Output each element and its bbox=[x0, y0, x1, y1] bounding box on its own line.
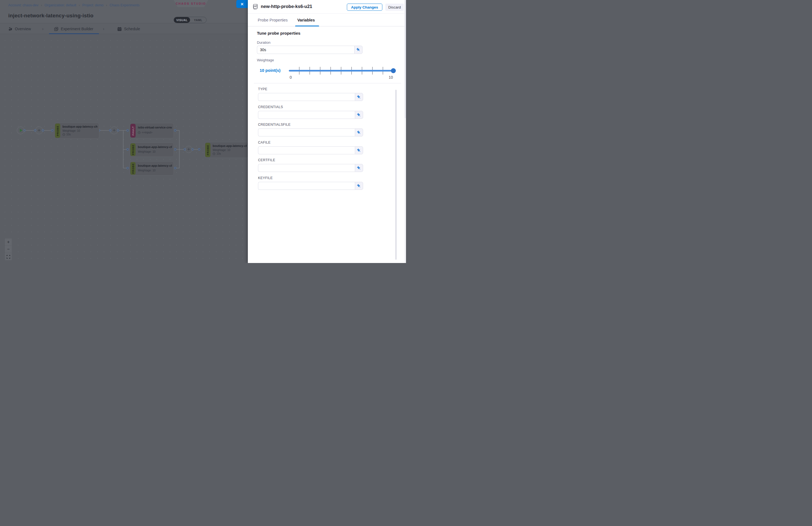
section-heading: Tune probe properties bbox=[257, 31, 300, 35]
variable-label-keyfile: KEYFILE bbox=[258, 176, 273, 180]
pin-button[interactable] bbox=[355, 182, 363, 190]
drawer-title: new-http-probe-ks6-u21 bbox=[261, 4, 312, 9]
node-title: boutique-app-latency-ch... bbox=[138, 145, 172, 149]
play-icon bbox=[20, 129, 23, 132]
experiment-builder-canvas[interactable]: + + + PROBE boutique-app-latency-ch... W… bbox=[0, 34, 248, 263]
apply-changes-button[interactable]: Apply Changes bbox=[347, 3, 382, 11]
chevron-right-icon: › bbox=[42, 24, 43, 34]
breadcrumb-account[interactable]: Account: chaos-dev bbox=[8, 3, 39, 7]
variable-label-cafile: CAFILE bbox=[258, 141, 271, 144]
probe-badge: PROBE bbox=[130, 162, 135, 175]
minus-icon: − bbox=[7, 247, 10, 252]
breadcrumb-separator: › bbox=[79, 3, 80, 7]
variable-field-group bbox=[258, 111, 363, 119]
tab-probe-properties[interactable]: Probe Properties bbox=[258, 14, 288, 26]
tab-variables[interactable]: Variables bbox=[298, 14, 315, 26]
discard-button[interactable]: Discard bbox=[386, 3, 404, 11]
pin-button[interactable] bbox=[355, 146, 363, 154]
variable-field-group bbox=[258, 146, 363, 154]
slider-track[interactable] bbox=[289, 70, 393, 72]
zoom-out-button[interactable]: − bbox=[5, 246, 12, 253]
add-node-button[interactable]: + bbox=[35, 127, 43, 134]
visual-yaml-toggle: VISUAL YAML bbox=[174, 17, 206, 23]
duration-field-group bbox=[257, 46, 363, 54]
keyfile-input[interactable] bbox=[258, 182, 355, 190]
pin-icon bbox=[357, 130, 361, 135]
active-tab-underline bbox=[295, 26, 319, 26]
clock-icon bbox=[138, 131, 141, 134]
variable-label-type: TYPE bbox=[258, 87, 267, 91]
page-title: inject-network-latency-using-istio bbox=[8, 13, 93, 19]
plus-icon: + bbox=[38, 128, 41, 133]
add-node-button[interactable]: + bbox=[110, 127, 118, 134]
pin-icon bbox=[357, 184, 361, 188]
node-weightage: Weightage: 10 bbox=[213, 149, 247, 151]
fit-view-button[interactable] bbox=[5, 253, 12, 261]
node-weightage: Weightage: 10 bbox=[62, 129, 97, 132]
breadcrumb-separator: › bbox=[41, 3, 42, 7]
plus-icon: + bbox=[187, 147, 190, 152]
chaos-studio-badge: CHAOS STUDIO bbox=[174, 0, 208, 7]
calendar-icon bbox=[117, 27, 122, 31]
tab-schedule[interactable]: Schedule bbox=[117, 24, 140, 34]
drawer-scrollbar-thumb[interactable] bbox=[405, 0, 406, 118]
toggle-yaml[interactable]: YAML bbox=[190, 17, 206, 23]
clock-icon bbox=[62, 133, 65, 136]
node-title: istio-virtual-service-crea... bbox=[138, 126, 172, 129]
probe-node-card[interactable]: PROBE boutique-app-latency-ch... Weighta… bbox=[130, 161, 174, 176]
breadcrumb-chaos-experiments[interactable]: Chaos Experiments bbox=[110, 3, 140, 7]
pin-button[interactable] bbox=[354, 46, 363, 54]
variable-label-credentials: CREDENTIALS bbox=[258, 105, 283, 109]
pin-button[interactable] bbox=[355, 111, 363, 119]
type-input[interactable] bbox=[258, 93, 355, 101]
chaos-studio-app: Account: chaos-dev › Organization: defau… bbox=[0, 0, 406, 263]
node-weightage: Weightage: 10 bbox=[138, 169, 172, 172]
probe-config-drawer: new-http-probe-ks6-u21 Apply Changes Dis… bbox=[248, 0, 406, 263]
fault-node-card[interactable]: FAULT istio-virtual-service-crea... <+in… bbox=[130, 123, 174, 138]
certfile-input[interactable] bbox=[258, 164, 355, 172]
probe-node-card[interactable]: PROBE boutique-app-latency-ch... Weighta… bbox=[130, 143, 174, 157]
probe-node-card[interactable]: PROBE boutique-app-latency-ch... Weighta… bbox=[54, 123, 99, 138]
start-node[interactable] bbox=[17, 127, 25, 134]
clock-icon bbox=[213, 152, 215, 155]
plus-icon: + bbox=[7, 239, 10, 245]
credentials-input[interactable] bbox=[258, 111, 355, 119]
probe-badge: PROBE bbox=[205, 143, 211, 157]
tab-experiment-builder[interactable]: Experiment Builder bbox=[54, 24, 93, 34]
pin-icon bbox=[357, 95, 361, 99]
close-icon: ✕ bbox=[241, 2, 244, 6]
zoom-in-button[interactable]: + bbox=[5, 238, 12, 246]
pin-button[interactable] bbox=[355, 164, 363, 172]
tab-experiment-builder-label: Experiment Builder bbox=[61, 27, 93, 31]
toggle-visual[interactable]: VISUAL bbox=[174, 17, 190, 23]
page-header: Account: chaos-dev › Organization: defau… bbox=[0, 0, 248, 23]
expand-icon bbox=[6, 255, 10, 259]
close-drawer-button[interactable]: ✕ bbox=[236, 0, 248, 8]
pin-icon bbox=[357, 113, 361, 117]
variable-label-certfile: CERTFILE bbox=[258, 158, 275, 162]
weightage-slider[interactable] bbox=[289, 66, 393, 75]
duration-label: Duration bbox=[257, 41, 271, 45]
duration-input[interactable] bbox=[257, 46, 354, 54]
slider-max-label: 10 bbox=[389, 75, 393, 79]
cafile-input[interactable] bbox=[258, 146, 355, 154]
credentialsfile-input[interactable] bbox=[258, 129, 355, 136]
pin-button[interactable] bbox=[355, 93, 363, 101]
tab-overview[interactable]: Overview bbox=[8, 24, 31, 34]
node-duration: <+input> bbox=[142, 131, 153, 134]
add-node-button[interactable]: + bbox=[185, 146, 192, 153]
pin-button[interactable] bbox=[355, 129, 363, 136]
slider-handle[interactable] bbox=[391, 68, 396, 73]
experiment-builder-icon bbox=[54, 27, 59, 31]
breadcrumb-project[interactable]: Project: demo bbox=[82, 3, 103, 7]
variable-field-group bbox=[258, 182, 363, 190]
slider-min-label: 0 bbox=[290, 75, 292, 79]
node-title: boutique-app-latency-ch... bbox=[138, 164, 172, 167]
variables-scrollbar[interactable] bbox=[395, 90, 397, 260]
breadcrumb-organization[interactable]: Organization: default bbox=[45, 3, 76, 7]
probe-badge: PROBE bbox=[55, 123, 60, 138]
weightage-value: 10 point(s) bbox=[260, 68, 280, 73]
variable-label-credentialsfile: CREDENTIALSFILE bbox=[258, 123, 290, 127]
probe-node-card[interactable]: PROBE boutique-app-latency-ch... Weighta… bbox=[204, 142, 248, 158]
node-duration: 10s bbox=[217, 152, 221, 155]
